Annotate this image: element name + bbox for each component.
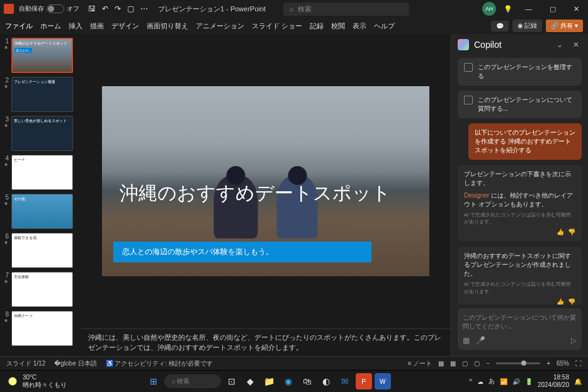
copilot-input-box[interactable]: このプレゼンテーションについて何か質問してください... ▦ 🎤 ▷ xyxy=(458,308,582,350)
tab-insert[interactable]: 挿入 xyxy=(69,20,82,32)
tab-design[interactable]: デザイン xyxy=(111,20,139,32)
zoom-in-icon[interactable]: + xyxy=(546,360,550,367)
thumbs-up-icon[interactable]: 👍 xyxy=(557,228,564,237)
maximize-button[interactable]: ▢ xyxy=(545,3,561,16)
suggestion-ask[interactable]: このプレゼンテーションについて質問する... xyxy=(458,91,582,118)
tray-chevron-icon[interactable]: ^ xyxy=(469,378,472,385)
slide-thumbnail[interactable]: その他 xyxy=(11,194,73,229)
close-icon[interactable]: ✕ xyxy=(570,40,582,49)
accessibility-status[interactable]: ♿ アクセシビリティ: 検討が必要です xyxy=(106,359,213,368)
slide-thumbnail[interactable]: プレゼンテーション概要 xyxy=(11,77,73,112)
slide-thumbnail[interactable]: 美しい景色が楽しめるスポット xyxy=(11,116,73,151)
thumbnail-item[interactable]: 1★沖縄のおすすめデートスポット恋人との... xyxy=(3,38,78,73)
wifi-icon[interactable]: 📶 xyxy=(500,378,507,385)
weather-widget[interactable]: 30°C 晴れ時々くもり xyxy=(6,374,67,389)
tab-draw[interactable]: 描画 xyxy=(90,20,104,32)
language-indicator[interactable]: �globe 日本語 xyxy=(54,359,96,368)
tab-view[interactable]: 表示 xyxy=(353,20,366,32)
question-icon xyxy=(464,96,473,104)
slide-title[interactable]: 沖縄のおすすめデートスポット xyxy=(120,181,391,205)
tab-review[interactable]: 校閲 xyxy=(331,20,345,32)
suggestion-organize[interactable]: このプレゼンテーションを整理する xyxy=(458,58,582,86)
tab-home[interactable]: ホーム xyxy=(40,20,61,32)
overflow-icon[interactable]: ⋯ xyxy=(140,4,148,13)
slide-counter[interactable]: スライド 1/12 xyxy=(6,359,45,368)
toggle-icon[interactable] xyxy=(47,4,64,13)
thumbnail-item[interactable]: 6★体験できる場 xyxy=(3,233,78,268)
save-icon[interactable]: 🖫 xyxy=(88,4,96,13)
tab-animations[interactable]: アニメーション xyxy=(196,20,244,32)
clock[interactable]: 18:58 2024/08/20 xyxy=(538,374,569,389)
close-button[interactable]: ✕ xyxy=(568,3,584,16)
record-button[interactable]: ◉ 記録 xyxy=(512,20,543,32)
word-taskbar-icon[interactable]: W xyxy=(375,373,391,389)
microphone-icon[interactable]: 🎤 xyxy=(476,336,485,345)
copilot-taskbar-icon[interactable]: ◆ xyxy=(242,373,259,389)
slide-subtitle[interactable]: 恋人との海辺の散歩やスパ体験を楽しもう。 xyxy=(113,242,371,262)
store-icon[interactable]: 🛍 xyxy=(299,373,315,389)
fit-window-icon[interactable]: ⛶ xyxy=(575,360,582,367)
tab-transitions[interactable]: 画面切り替え xyxy=(147,20,188,32)
ime-indicator[interactable]: あ xyxy=(489,377,495,386)
tab-file[interactable]: ファイル xyxy=(5,20,33,32)
edge-icon[interactable]: ◉ xyxy=(280,373,297,389)
undo-icon[interactable]: ↶ xyxy=(102,4,108,13)
powerpoint-taskbar-icon[interactable]: P xyxy=(356,373,372,389)
slideshow-view-icon[interactable]: ▢ xyxy=(474,360,480,367)
slide-thumbnail[interactable]: 沖縄テーマ xyxy=(11,311,73,346)
slide-thumbnail[interactable]: 沖縄のおすすめデートスポット恋人との... xyxy=(11,38,73,73)
copilot-title: Copilot xyxy=(474,40,549,50)
thumbs-down-icon[interactable]: 👎 xyxy=(568,298,575,305)
send-icon[interactable]: ▷ xyxy=(571,336,577,345)
thumbnail-item[interactable]: 4★ビーチ xyxy=(3,155,78,190)
comments-button[interactable]: 💬 xyxy=(491,21,509,31)
zoom-level[interactable]: 65% xyxy=(557,360,569,367)
thumb-title: その他 xyxy=(14,196,71,202)
app-icon[interactable]: ◐ xyxy=(318,373,334,389)
zoom-slider[interactable] xyxy=(496,362,540,364)
speaker-notes[interactable]: 沖縄には、美しい自然や歴史的な名所、夜の街など、デートにぴったりのスポットがたく… xyxy=(81,328,451,356)
zoom-out-icon[interactable]: − xyxy=(486,360,490,367)
thumbnail-item[interactable]: 5★その他 xyxy=(3,194,78,229)
share-button[interactable]: 🔗 共有 ▾ xyxy=(546,20,583,32)
thumbnail-item[interactable]: 3★美しい景色が楽しめるスポット xyxy=(3,116,78,151)
user-avatar[interactable]: AH xyxy=(482,2,496,16)
tab-help[interactable]: ヘルプ xyxy=(374,20,395,32)
slide-thumbnail[interactable]: 文化体験 xyxy=(11,272,73,307)
tab-record[interactable]: 記録 xyxy=(310,20,324,32)
minimize-button[interactable]: — xyxy=(520,3,537,15)
explorer-icon[interactable]: 📁 xyxy=(261,373,278,389)
taskbar-search[interactable]: ⌕ 検索 xyxy=(164,374,221,388)
redo-icon[interactable]: ↷ xyxy=(115,4,121,13)
autosave-toggle[interactable]: 自動保存 オフ xyxy=(19,4,79,13)
onedrive-icon[interactable]: ☁ xyxy=(477,378,483,385)
thumbnail-item[interactable]: 8★沖縄テーマ xyxy=(3,311,78,346)
volume-icon[interactable]: 🔊 xyxy=(512,378,520,385)
sorter-view-icon[interactable]: ▦ xyxy=(450,360,456,367)
start-button[interactable]: ⊞ xyxy=(145,373,162,389)
task-view-icon[interactable]: ⊡ xyxy=(223,373,240,389)
reading-view-icon[interactable]: ▢ xyxy=(462,360,468,367)
battery-icon[interactable]: 🔋 xyxy=(525,378,533,385)
chevron-down-icon[interactable]: ⌄ xyxy=(554,40,565,49)
tab-slideshow[interactable]: スライド ショー xyxy=(252,20,302,32)
notifications-icon[interactable]: 🔔 xyxy=(574,378,582,385)
status-bar: スライド 1/12 �globe 日本語 ♿ アクセシビリティ: 検討が必要です… xyxy=(0,356,588,370)
normal-view-icon[interactable]: ▦ xyxy=(438,360,444,367)
outlook-icon[interactable]: ✉ xyxy=(337,373,353,389)
slide-thumbnail[interactable]: ビーチ xyxy=(11,155,73,190)
present-icon[interactable]: ▢ xyxy=(127,4,134,13)
thumbs-down-icon[interactable]: 👎 xyxy=(568,228,575,237)
copilot-conversation[interactable]: このプレゼンテーションを整理する このプレゼンテーションについて質問する... … xyxy=(451,55,588,305)
slide-thumbnail[interactable]: 体験できる場 xyxy=(11,233,73,268)
slide-thumbnails-panel[interactable]: 1★沖縄のおすすめデートスポット恋人との...2★プレゼンテーション概要3★美し… xyxy=(0,34,81,356)
thumbnail-item[interactable]: 2★プレゼンテーション概要 xyxy=(3,77,78,112)
slide-canvas[interactable]: 沖縄のおすすめデートスポット 恋人との海辺の散歩やスパ体験を楽しもう。 xyxy=(81,34,451,328)
slide-content[interactable]: 沖縄のおすすめデートスポット 恋人との海辺の散歩やスパ体験を楽しもう。 xyxy=(102,86,429,276)
thumbnail-item[interactable]: 7★文化体験 xyxy=(3,272,78,307)
lightbulb-icon[interactable]: 💡 xyxy=(504,5,512,13)
notes-button[interactable]: ≡ ノート xyxy=(408,359,433,368)
view-prompts-icon[interactable]: ▦ xyxy=(463,336,470,345)
search-box[interactable]: ⌕ 検索 xyxy=(283,3,409,16)
thumbs-up-icon[interactable]: 👍 xyxy=(557,298,564,305)
